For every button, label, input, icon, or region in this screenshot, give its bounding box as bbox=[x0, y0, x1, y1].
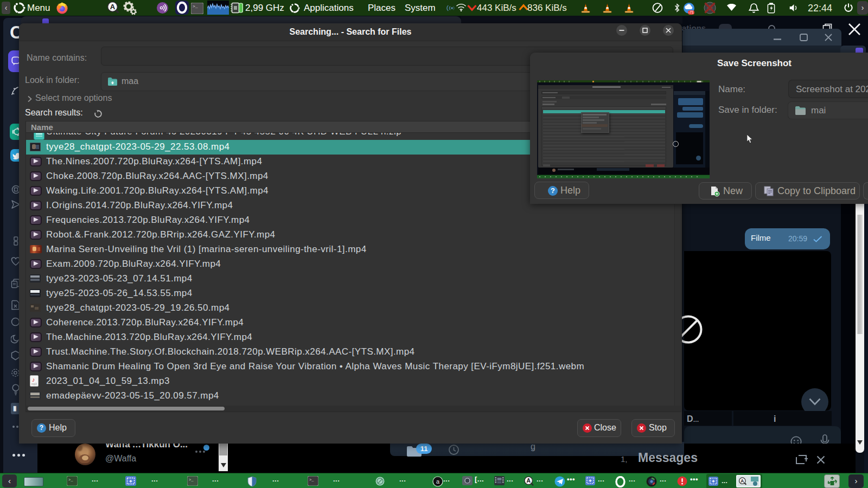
svg-text:>_: >_ bbox=[309, 478, 314, 482]
svg-text:>_: >_ bbox=[193, 4, 198, 9]
svg-text:>_: >_ bbox=[68, 478, 73, 482]
svg-text:A: A bbox=[110, 3, 116, 11]
svg-text:A: A bbox=[741, 478, 744, 484]
svg-text:-71: -71 bbox=[688, 10, 694, 14]
svg-text:A: A bbox=[526, 478, 531, 484]
svg-text:>_: >_ bbox=[189, 478, 194, 482]
svg-text:a: a bbox=[436, 478, 440, 485]
